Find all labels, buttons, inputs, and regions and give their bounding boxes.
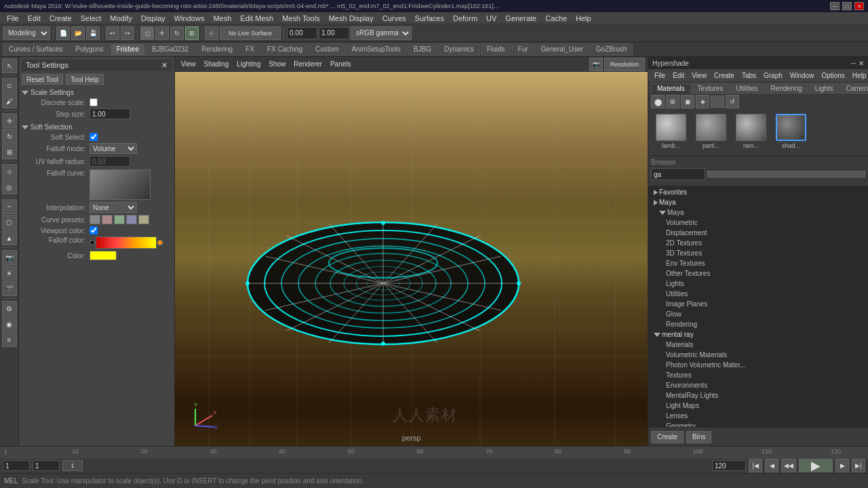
interpolation-select[interactable]: None bbox=[90, 202, 137, 213]
menu-select[interactable]: Select bbox=[77, 14, 106, 23]
cat-lightmaps[interactable]: Light Maps bbox=[650, 401, 867, 411]
curve-icon[interactable]: ~ bbox=[2, 199, 17, 214]
cat-displacement[interactable]: Displacement bbox=[650, 228, 867, 238]
menu-display[interactable]: Display bbox=[137, 14, 170, 23]
cat-glow[interactable]: Glow bbox=[650, 309, 867, 319]
preset-2[interactable] bbox=[102, 215, 113, 224]
redo-button[interactable]: ↪ bbox=[121, 26, 134, 40]
vp-show-menu[interactable]: Show bbox=[265, 60, 289, 68]
next-frame-btn[interactable]: ▶ bbox=[835, 459, 849, 472]
tab-custom[interactable]: Custom bbox=[309, 43, 344, 56]
cat-3dtextures[interactable]: 3D Textures bbox=[650, 248, 867, 258]
menu-edit-mesh[interactable]: Edit Mesh bbox=[236, 14, 277, 23]
tab-frisbee[interactable]: Frisbee bbox=[111, 43, 145, 56]
menu-uv[interactable]: UV bbox=[482, 14, 500, 23]
misc2-icon[interactable]: ◉ bbox=[2, 317, 17, 331]
prev-frame-btn[interactable]: ◀ bbox=[765, 459, 778, 472]
hs-tab-textures[interactable]: Textures bbox=[692, 83, 730, 94]
gamma-dropdown[interactable]: sRGB gamma bbox=[351, 26, 412, 40]
cat-lenses[interactable]: Lenses bbox=[650, 411, 867, 421]
move-tool[interactable]: ✛ bbox=[155, 26, 169, 40]
save-button[interactable]: 💾 bbox=[86, 26, 100, 40]
menu-cache[interactable]: Cache bbox=[541, 14, 571, 23]
tab-gozbrush[interactable]: GoZBrush bbox=[590, 43, 633, 56]
sculpt-icon[interactable]: ▲ bbox=[2, 230, 17, 245]
soft-select-checkbox[interactable] bbox=[90, 133, 98, 141]
bins-button[interactable]: Bins bbox=[686, 431, 711, 443]
cat-lights[interactable]: Lights bbox=[650, 279, 867, 289]
uv-falloff-input[interactable] bbox=[90, 156, 130, 167]
vp-shading-menu[interactable]: Shading bbox=[201, 60, 233, 68]
hs-tab-rendering[interactable]: Rendering bbox=[765, 83, 808, 94]
snap-icon[interactable]: ⊹ bbox=[2, 164, 17, 179]
vp-renderer-menu[interactable]: Renderer bbox=[290, 60, 326, 68]
menu-create[interactable]: Create bbox=[45, 14, 76, 23]
color-swatch[interactable] bbox=[90, 251, 117, 260]
rotate-tool[interactable]: ↻ bbox=[170, 26, 184, 40]
new-scene-button[interactable]: 📄 bbox=[56, 26, 70, 40]
menu-mesh[interactable]: Mesh bbox=[209, 14, 235, 23]
play-back-btn[interactable]: ◀◀ bbox=[781, 459, 796, 472]
hs-options-menu[interactable]: Options bbox=[818, 71, 848, 80]
tab-fx[interactable]: FX bbox=[239, 43, 260, 56]
preset-4[interactable] bbox=[126, 215, 137, 224]
hs-tabs-menu[interactable]: Tabs bbox=[738, 71, 760, 80]
preset-1[interactable] bbox=[90, 215, 100, 224]
render-icon[interactable]: 🎬 bbox=[2, 281, 17, 296]
preset-3[interactable] bbox=[114, 215, 125, 224]
minimize-button[interactable]: ─ bbox=[830, 2, 840, 10]
hs-file-menu[interactable]: File bbox=[651, 71, 669, 80]
vp-view-menu[interactable]: View bbox=[178, 60, 199, 68]
move-icon[interactable]: ✛ bbox=[2, 113, 17, 128]
res-btn[interactable]: Resolution bbox=[604, 58, 645, 71]
cat-2dtextures[interactable]: 2D Textures bbox=[650, 238, 867, 248]
undo-button[interactable]: ↩ bbox=[106, 26, 119, 40]
hs-tab-lights[interactable]: Lights bbox=[809, 83, 840, 94]
timeline-current-input[interactable] bbox=[33, 460, 60, 471]
create-button[interactable]: Create bbox=[651, 431, 684, 443]
scale-icon[interactable]: ⊞ bbox=[2, 144, 17, 159]
no-live-surface[interactable]: No Live Surface bbox=[220, 26, 281, 40]
tab-bjbg[interactable]: BJBG bbox=[408, 43, 437, 56]
close-button[interactable]: ✕ bbox=[854, 2, 864, 10]
reset-tool-button[interactable]: Reset Tool bbox=[22, 74, 63, 85]
select-icon[interactable]: ↖ bbox=[2, 58, 17, 73]
cat-envtextures[interactable]: Env Textures bbox=[650, 258, 867, 268]
falloff-curve-widget[interactable] bbox=[90, 169, 151, 200]
mode-dropdown[interactable]: Modeling bbox=[3, 26, 50, 40]
timeline-anim-btn[interactable]: 1 bbox=[62, 460, 83, 471]
menu-file[interactable]: File bbox=[3, 14, 23, 23]
hs-close[interactable]: ✕ bbox=[859, 60, 864, 67]
preset-5[interactable] bbox=[138, 215, 149, 224]
mat-ram[interactable]: ram... bbox=[732, 114, 770, 151]
tool-help-button[interactable]: Tool Help bbox=[66, 74, 104, 85]
menu-help[interactable]: Help bbox=[572, 14, 595, 23]
timeline-start-input[interactable] bbox=[3, 460, 30, 471]
soft-icon[interactable]: ◎ bbox=[2, 180, 17, 195]
hs-edit-menu[interactable]: Edit bbox=[669, 71, 688, 80]
hs-help-menu[interactable]: Help bbox=[849, 71, 868, 80]
falloff-mode-select[interactable]: Volume bbox=[90, 143, 137, 154]
cat-mr-materials[interactable]: Materials bbox=[650, 340, 867, 350]
tab-general-user[interactable]: General_User bbox=[535, 43, 589, 56]
light-icon[interactable]: ☀ bbox=[2, 266, 17, 281]
select-tool[interactable]: ◻ bbox=[140, 26, 154, 40]
viewport-color-checkbox[interactable] bbox=[90, 226, 98, 235]
cat-volmaterials[interactable]: Volumetric Materials bbox=[650, 350, 867, 360]
cat-mr-textures[interactable]: Textures bbox=[650, 370, 867, 380]
rotate-icon[interactable]: ↻ bbox=[2, 129, 17, 144]
hs-graph-menu[interactable]: Graph bbox=[760, 71, 786, 80]
tab-rendering[interactable]: Rendering bbox=[195, 43, 239, 56]
cat-environments[interactable]: Environments bbox=[650, 380, 867, 390]
cat-mental-ray[interactable]: mental ray bbox=[650, 329, 867, 340]
menu-deform[interactable]: Deform bbox=[449, 14, 481, 23]
misc-icon[interactable]: ⚙ bbox=[2, 301, 17, 316]
viewport-canvas[interactable]: persp X Y Z 人人素材 bbox=[175, 72, 648, 446]
lasso-icon[interactable]: ⊂ bbox=[2, 78, 17, 93]
hs-sphere-btn[interactable]: ⬤ bbox=[651, 95, 665, 108]
frisbee-object[interactable] bbox=[241, 188, 526, 365]
hs-tab-materials[interactable]: Materials bbox=[651, 83, 691, 94]
cat-utilities[interactable]: Utilities bbox=[650, 289, 867, 299]
marker-left[interactable] bbox=[90, 240, 95, 245]
cat-photon[interactable]: Photon Volumetric Mater... bbox=[650, 360, 867, 370]
